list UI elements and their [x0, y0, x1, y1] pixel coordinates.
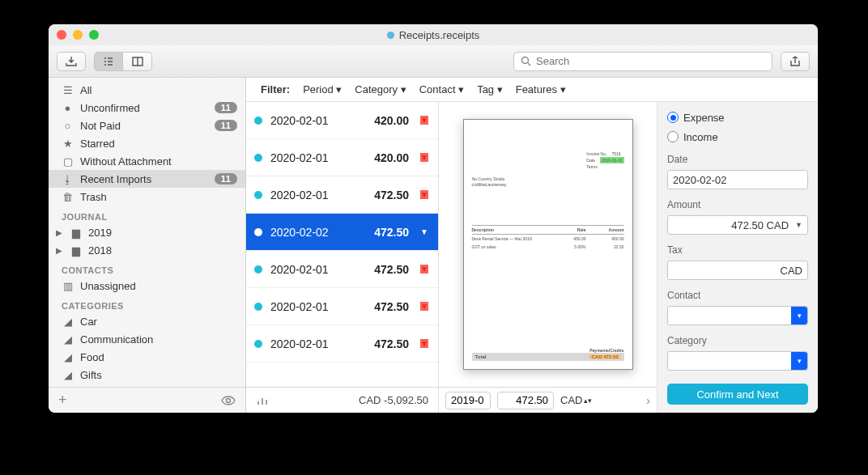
- minimize-window-button[interactable]: [73, 30, 83, 40]
- filter-bar: Filter: Period ▾ Category ▾ Contact ▾ Ta…: [246, 78, 818, 102]
- sidebar-journal-2018[interactable]: ▶▆2018: [49, 241, 245, 259]
- radio-on-icon: [667, 112, 679, 123]
- share-button[interactable]: [781, 52, 810, 71]
- filter-period[interactable]: Period ▾: [303, 83, 342, 95]
- view-mode-segment: [94, 52, 152, 71]
- tax-label: Tax: [667, 244, 808, 256]
- receipt-row[interactable]: 2020-02-01472.50▼: [246, 251, 438, 288]
- date-field[interactable]: 2020-02-02: [667, 170, 808, 189]
- list-total: CAD -5,092.50: [359, 394, 428, 406]
- receipt-row[interactable]: 2020-02-01472.50▼: [246, 288, 438, 325]
- share-icon: [789, 56, 802, 67]
- date-label: Date: [667, 154, 808, 165]
- document-preview: Invoice No.7516 Date2019-02-02 Terms No …: [463, 119, 633, 370]
- sidebar-journal-2019[interactable]: ▶▆2019: [49, 223, 245, 241]
- list-scroll[interactable]: 2020-02-01420.00▼ 2020-02-01420.00▼ 2020…: [246, 102, 438, 387]
- expense-indicator-icon: ▼: [420, 227, 428, 236]
- amount-label: Amount: [667, 199, 808, 210]
- sidebar-item-all[interactable]: ☰All: [49, 81, 245, 99]
- expense-indicator-icon: ▼: [420, 190, 428, 199]
- add-button[interactable]: +: [58, 392, 67, 409]
- contact-label: Contact: [667, 290, 808, 301]
- radio-off-icon: [667, 131, 679, 142]
- view-list-button[interactable]: [94, 52, 123, 71]
- no-attachment-icon: ▢: [62, 155, 74, 168]
- search-field[interactable]: [513, 52, 772, 71]
- tag-icon: ◢: [62, 333, 74, 346]
- chevron-down-icon: ▼: [795, 221, 802, 229]
- sidebar-item-trash[interactable]: 🗑Trash: [49, 188, 245, 206]
- preview-footer: CAD▴▾ ›: [439, 387, 657, 413]
- chevron-right-icon: ▶: [55, 228, 63, 237]
- main-body: 2020-02-01420.00▼ 2020-02-01420.00▼ 2020…: [246, 102, 818, 413]
- expense-indicator-icon: ▼: [420, 153, 428, 162]
- receipt-row[interactable]: 2020-02-01472.50▼: [246, 325, 438, 363]
- view-grid-button[interactable]: [123, 52, 152, 71]
- receipt-list: 2020-02-01420.00▼ 2020-02-01420.00▼ 2020…: [246, 102, 439, 413]
- sidebar-footer: +: [49, 387, 245, 413]
- svg-point-0: [522, 57, 529, 64]
- filter-contact[interactable]: Contact ▾: [419, 83, 464, 95]
- stack-icon: ☰: [62, 84, 74, 96]
- content-area: ☰All ●Unconfirmed11 ○Not Paid11 ★Starred…: [49, 78, 818, 413]
- badge: 11: [215, 120, 237, 131]
- zoom-window-button[interactable]: [89, 30, 99, 40]
- type-expense-radio[interactable]: Expense: [667, 110, 808, 125]
- expense-indicator-icon: ▼: [420, 339, 428, 348]
- sidebar-item-without-attachment[interactable]: ▢Without Attachment: [49, 152, 245, 170]
- window-title: Receipts.receipts: [387, 29, 480, 41]
- sidebar-category-gifts[interactable]: ◢Gifts: [49, 366, 245, 384]
- titlebar: Receipts.receipts: [49, 24, 818, 45]
- category-select[interactable]: ▾: [667, 351, 808, 371]
- contact-select[interactable]: ▾: [667, 306, 808, 325]
- sidebar: ☰All ●Unconfirmed11 ○Not Paid11 ★Starred…: [49, 78, 246, 413]
- sidebar-item-recent-imports[interactable]: ⭳Recent Imports11: [49, 170, 245, 188]
- status-dot-icon: [254, 303, 262, 311]
- quicklook-button[interactable]: [221, 396, 236, 405]
- confirm-and-next-button[interactable]: Confirm and Next: [667, 384, 808, 405]
- expense-indicator-icon: ▼: [420, 302, 428, 311]
- chevron-down-icon: ▾: [791, 352, 807, 370]
- sidebar-head-contacts: CONTACTS: [49, 259, 245, 277]
- type-income-radio[interactable]: Income: [667, 129, 808, 144]
- preview-amount-input[interactable]: [497, 392, 554, 409]
- sidebar-scroll[interactable]: ☰All ●Unconfirmed11 ○Not Paid11 ★Starred…: [49, 78, 245, 387]
- list-icon: [102, 56, 115, 67]
- app-window: Receipts.receipts ☰All ●Unconfirmed11: [49, 24, 818, 413]
- filter-features[interactable]: Features ▾: [516, 83, 566, 95]
- stats-button[interactable]: [256, 395, 269, 406]
- chevron-right-icon: ▶: [55, 246, 63, 255]
- sidebar-item-starred[interactable]: ★Starred: [49, 134, 245, 152]
- receipt-row[interactable]: 2020-02-01420.00▼: [246, 139, 438, 176]
- search-input[interactable]: [536, 55, 765, 67]
- sidebar-item-unconfirmed[interactable]: ●Unconfirmed11: [49, 99, 245, 117]
- filter-tag[interactable]: Tag ▾: [477, 83, 503, 95]
- amount-field[interactable]: 472.50 CAD▼: [667, 215, 808, 235]
- main-panel: Filter: Period ▾ Category ▾ Contact ▾ Ta…: [246, 78, 818, 413]
- next-page-button[interactable]: ›: [646, 394, 650, 407]
- import-button[interactable]: [57, 52, 86, 71]
- category-label: Category: [667, 335, 808, 346]
- sidebar-category-communication[interactable]: ◢Communication: [49, 330, 245, 348]
- sidebar-item-not-paid[interactable]: ○Not Paid11: [49, 117, 245, 134]
- tag-icon: ◢: [62, 369, 74, 381]
- sidebar-contact-unassigned[interactable]: ▥Unassigned: [49, 277, 245, 295]
- receipt-row-selected[interactable]: 2020-02-02472.50▼: [246, 214, 438, 251]
- preview-currency-selector[interactable]: CAD▴▾: [560, 394, 592, 406]
- sidebar-category-food[interactable]: ◢Food: [49, 348, 245, 366]
- receipt-row[interactable]: 2020-02-01472.50▼: [246, 176, 438, 214]
- filter-category[interactable]: Category ▾: [355, 83, 406, 95]
- download-tray-icon: [65, 56, 78, 67]
- status-dot-icon: [254, 117, 262, 125]
- document-modified-dot-icon: [387, 32, 394, 39]
- status-dot-icon: [254, 154, 262, 162]
- bar-chart-icon: [256, 395, 269, 406]
- close-window-button[interactable]: [57, 30, 66, 40]
- tax-field[interactable]: CAD: [667, 261, 808, 280]
- sidebar-category-car[interactable]: ◢Car: [49, 312, 245, 330]
- doc-from: No Country Studio c/oMikeLautnerway: [472, 176, 507, 188]
- preview-date-input[interactable]: [445, 392, 491, 409]
- receipt-row[interactable]: 2020-02-01420.00▼: [246, 102, 438, 139]
- preview-body[interactable]: Invoice No.7516 Date2019-02-02 Terms No …: [439, 102, 657, 387]
- window-title-text: Receipts.receipts: [399, 29, 480, 41]
